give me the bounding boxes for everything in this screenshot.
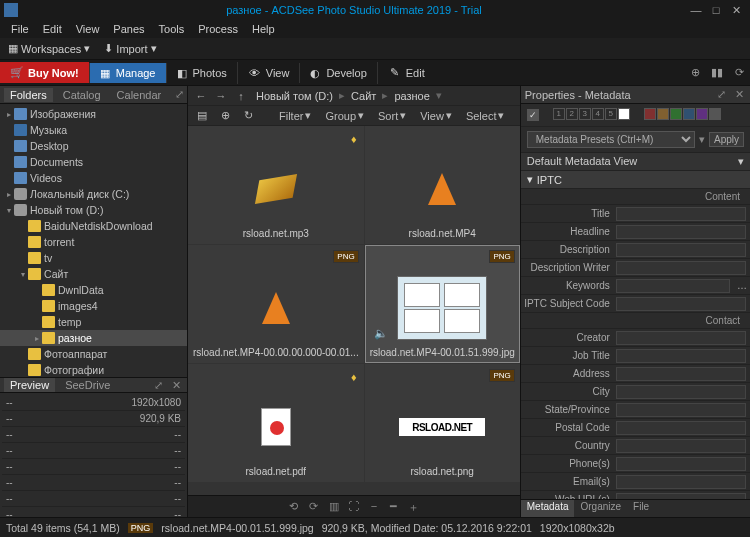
meta-input[interactable] bbox=[616, 297, 746, 311]
thumbnail[interactable]: rsload.net.MP4 bbox=[365, 126, 520, 244]
menu-file[interactable]: File bbox=[4, 22, 36, 36]
tree-row[interactable]: ▸temp bbox=[0, 314, 187, 330]
left-tab-calendar[interactable]: Calendar bbox=[111, 88, 168, 102]
rotate-left-icon[interactable]: ⟲ bbox=[287, 500, 301, 514]
tree-row[interactable]: ▸Музыка bbox=[0, 122, 187, 138]
metadata-presets-select[interactable]: Metadata Presets (Ctrl+M) bbox=[527, 131, 695, 148]
tree-row[interactable]: ▸BaiduNetdiskDownload bbox=[0, 218, 187, 234]
meta-input[interactable] bbox=[616, 457, 746, 471]
maximize-button[interactable]: □ bbox=[706, 4, 726, 16]
expand-icon[interactable]: ⤢ bbox=[175, 88, 184, 101]
buy-now-button[interactable]: 🛒 Buy Now! bbox=[0, 62, 89, 83]
refresh-button[interactable]: ↻ bbox=[239, 108, 258, 123]
meta-input[interactable] bbox=[616, 207, 746, 221]
tree-row[interactable]: ▸Фотографии bbox=[0, 362, 187, 377]
meta-input[interactable] bbox=[616, 439, 746, 453]
tab-photos[interactable]: ◧Photos bbox=[166, 63, 237, 83]
menu-process[interactable]: Process bbox=[191, 22, 245, 36]
preview-tab[interactable]: Preview bbox=[4, 378, 55, 392]
apply-button[interactable]: Apply bbox=[709, 132, 744, 147]
left-tab-catalog[interactable]: Catalog bbox=[57, 88, 107, 102]
prop-tab-organize[interactable]: Organize bbox=[574, 500, 627, 517]
thumbnail[interactable]: ♦rsload.net.mp3 bbox=[188, 126, 364, 244]
thumbnail[interactable]: ♦rsload.net.pdf bbox=[188, 364, 364, 482]
minimize-button[interactable]: — bbox=[686, 4, 706, 16]
menu-tools[interactable]: Tools bbox=[152, 22, 192, 36]
thumbnail[interactable]: PNGrsload.net.MP4-00.00.00.000-00.01... bbox=[188, 245, 364, 363]
prop-tab-metadata[interactable]: Metadata bbox=[521, 500, 575, 517]
meta-input[interactable] bbox=[616, 243, 746, 257]
zoom-out-icon[interactable]: − bbox=[367, 500, 381, 514]
crumb-0[interactable]: Новый том (D:) bbox=[252, 89, 337, 103]
meta-input[interactable] bbox=[616, 367, 746, 381]
sort-za-button[interactable]: ⊕ bbox=[216, 108, 235, 123]
tab-develop[interactable]: ◐Develop bbox=[299, 63, 376, 83]
tree-row[interactable]: ▸Videos bbox=[0, 170, 187, 186]
sync-icon[interactable]: ⟳ bbox=[728, 66, 750, 79]
tag-checkbox[interactable]: ✓ bbox=[527, 109, 539, 121]
meta-input[interactable] bbox=[616, 261, 746, 275]
menu-edit[interactable]: Edit bbox=[36, 22, 69, 36]
preview-close-icon[interactable]: ✕ bbox=[169, 379, 183, 392]
rotate-right-icon[interactable]: ⟳ bbox=[307, 500, 321, 514]
preview-expand-icon[interactable]: ⤢ bbox=[151, 379, 165, 392]
folder-tree[interactable]: ▸Изображения▸Музыка▸Desktop▸Documents▸Vi… bbox=[0, 104, 187, 377]
tree-row[interactable]: ▾Новый том (D:) bbox=[0, 202, 187, 218]
tree-row[interactable]: ▸tv bbox=[0, 250, 187, 266]
tab-edit[interactable]: ✎Edit bbox=[377, 62, 435, 84]
meta-input[interactable] bbox=[616, 331, 746, 345]
tree-row[interactable]: ▸Фотоаппарат bbox=[0, 346, 187, 362]
select-dropdown[interactable]: Select ▾ bbox=[461, 108, 510, 123]
meta-input[interactable] bbox=[616, 349, 746, 363]
meta-input[interactable] bbox=[616, 279, 730, 293]
tree-row[interactable]: ▸torrent bbox=[0, 234, 187, 250]
tab-view[interactable]: 👁View bbox=[237, 62, 300, 84]
nav-back-button[interactable]: ← bbox=[192, 88, 210, 104]
props-close-icon[interactable]: ✕ bbox=[732, 88, 746, 101]
nav-forward-button[interactable]: → bbox=[212, 88, 230, 104]
tree-row[interactable]: ▸images4 bbox=[0, 298, 187, 314]
zoom-in-icon[interactable]: ＋ bbox=[407, 500, 421, 514]
section-iptc[interactable]: ▾ IPTC bbox=[521, 171, 750, 189]
nav-up-button[interactable]: ↑ bbox=[232, 88, 250, 104]
meta-input[interactable] bbox=[616, 225, 746, 239]
menu-view[interactable]: View bbox=[69, 22, 107, 36]
close-button[interactable]: ✕ bbox=[726, 4, 746, 17]
view-dropdown[interactable]: View ▾ bbox=[415, 108, 457, 123]
mode-365-icon[interactable]: ⊕ bbox=[684, 66, 706, 79]
tree-row[interactable]: ▸Изображения bbox=[0, 106, 187, 122]
tree-row[interactable]: ▸Локальный диск (C:) bbox=[0, 186, 187, 202]
workspaces-button[interactable]: ▦ Workspaces ▾ bbox=[4, 41, 94, 56]
meta-input[interactable] bbox=[616, 403, 746, 417]
group-dropdown[interactable]: Group ▾ bbox=[320, 108, 369, 123]
prop-tab-file[interactable]: File bbox=[627, 500, 655, 517]
tree-row[interactable]: ▸разное bbox=[0, 330, 187, 346]
filter-dropdown[interactable]: Filter ▾ bbox=[274, 108, 316, 123]
fullscreen-icon[interactable]: ⛶ bbox=[347, 500, 361, 514]
tree-row[interactable]: ▸Documents bbox=[0, 154, 187, 170]
meta-input[interactable] bbox=[616, 475, 746, 489]
color-label-bar[interactable] bbox=[644, 108, 721, 122]
thumbnail[interactable]: PNGRSLOAD.NETrsload.net.png bbox=[365, 364, 520, 482]
compare-icon[interactable]: ▥ bbox=[327, 500, 341, 514]
menu-help[interactable]: Help bbox=[245, 22, 282, 36]
thumbnail-grid[interactable]: ♦rsload.net.mp3rsload.net.MP4PNGrsload.n… bbox=[188, 126, 520, 495]
zoom-slider-icon[interactable]: ━ bbox=[387, 500, 401, 514]
crumb-2[interactable]: разное bbox=[390, 89, 433, 103]
left-tab-folders[interactable]: Folders bbox=[4, 88, 53, 102]
metadata-view-dropdown[interactable]: Default Metadata View ▾ bbox=[521, 152, 750, 171]
dashboard-icon[interactable]: ▮▮ bbox=[706, 66, 728, 79]
more-button[interactable]: … bbox=[734, 280, 750, 291]
rating-bar[interactable]: 12345 bbox=[553, 108, 630, 122]
sort-dropdown[interactable]: Sort ▾ bbox=[373, 108, 411, 123]
tree-row[interactable]: ▸Desktop bbox=[0, 138, 187, 154]
meta-input[interactable] bbox=[616, 421, 746, 435]
tree-row[interactable]: ▾Сайт bbox=[0, 266, 187, 282]
sort-az-button[interactable]: ▤ bbox=[192, 108, 212, 123]
meta-input[interactable] bbox=[616, 385, 746, 399]
tree-row[interactable]: ▸DwnlData bbox=[0, 282, 187, 298]
props-expand-icon[interactable]: ⤢ bbox=[714, 88, 728, 101]
tab-manage[interactable]: ▦Manage bbox=[89, 63, 166, 83]
seedrive-tab[interactable]: SeeDrive bbox=[59, 378, 116, 392]
import-button[interactable]: ⬇ Import ▾ bbox=[100, 41, 160, 56]
